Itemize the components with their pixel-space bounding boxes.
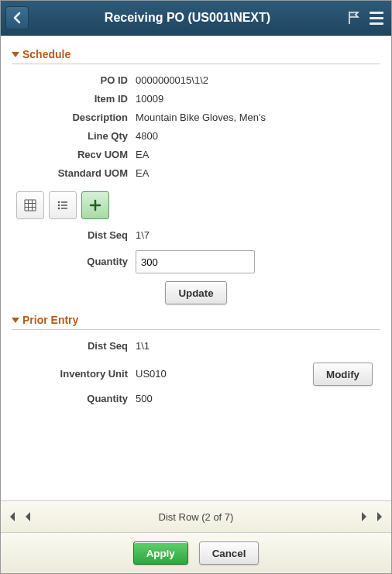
pager-first-icon[interactable] [7,511,16,522]
value-po-id: 0000000015\1\2 [136,72,208,89]
divider [12,64,380,64]
value-standard-uom: EA [136,165,149,182]
add-row-button[interactable] [81,191,109,219]
label-dist-seq: Dist Seq [12,227,136,244]
apply-button[interactable]: Apply [133,541,188,565]
cancel-button[interactable]: Cancel [199,541,260,565]
value-inventory-unit: US010 [136,366,167,383]
content-area: Schedule PO ID0000000015\1\2 Item ID1000… [1,36,391,500]
prior-entry-section-header[interactable]: Prior Entry [12,314,380,326]
label-description: Description [12,109,136,126]
flag-icon[interactable] [346,10,362,26]
schedule-section-header[interactable]: Schedule [12,48,380,60]
chevron-left-icon [12,12,22,24]
svg-point-1 [58,205,60,207]
collapse-triangle-icon [12,52,19,57]
grid-view-button[interactable] [16,191,44,219]
list-icon [57,199,69,211]
label-standard-uom: Standard UOM [12,165,136,182]
divider [12,329,380,330]
quantity-input[interactable] [136,250,255,273]
label-prior-quantity: Quantity [12,390,136,407]
value-item-id: 10009 [136,91,163,108]
svg-point-2 [58,208,60,210]
pager-next-icon[interactable] [360,511,368,522]
prior-entry-section-label: Prior Entry [22,314,78,326]
page-title: Receiving PO (US001\NEXT) [29,11,346,25]
label-line-qty: Line Qty [12,128,136,145]
update-button[interactable]: Update [165,281,226,304]
plus-icon [89,199,101,211]
value-dist-seq: 1\7 [136,227,150,244]
label-item-id: Item ID [12,91,136,108]
back-button[interactable] [5,6,29,29]
grid-icon [24,199,36,211]
app-header: Receiving PO (US001\NEXT) [1,1,391,36]
list-view-button[interactable] [49,191,77,219]
svg-point-0 [58,201,60,204]
pager-last-icon[interactable] [376,511,385,522]
pager-label: Dist Row (2 of 7) [159,511,234,523]
menu-icon[interactable] [370,12,383,25]
view-toolbar [16,191,380,219]
value-line-qty: 4800 [136,128,158,145]
collapse-triangle-icon [12,318,19,323]
modify-button[interactable]: Modify [313,363,373,386]
schedule-section-label: Schedule [22,48,70,60]
value-prior-dist-seq: 1\1 [136,338,150,355]
label-recv-uom: Recv UOM [12,146,136,163]
pager-bar: Dist Row (2 of 7) [1,500,391,532]
label-prior-dist-seq: Dist Seq [12,338,136,355]
footer-bar: Apply Cancel [1,532,391,573]
value-prior-quantity: 500 [136,390,153,407]
value-recv-uom: EA [136,146,149,163]
pager-prev-icon[interactable] [24,511,32,522]
value-description: Mountain Bike Gloves, Men's [136,109,266,126]
label-quantity: Quantity [12,253,136,270]
label-po-id: PO ID [12,72,136,89]
label-inventory-unit: Inventory Unit [12,366,136,383]
